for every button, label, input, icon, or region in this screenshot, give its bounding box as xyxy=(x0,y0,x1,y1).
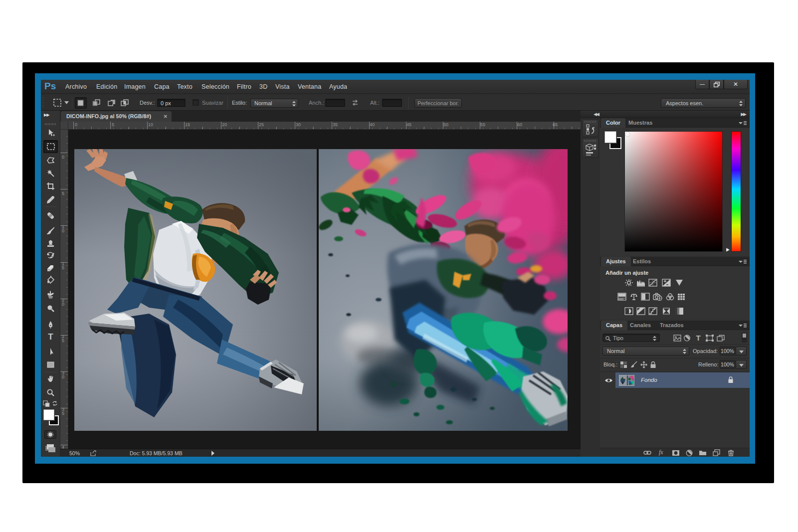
svg-text:T: T xyxy=(48,332,53,342)
svg-text:T: T xyxy=(696,334,700,342)
